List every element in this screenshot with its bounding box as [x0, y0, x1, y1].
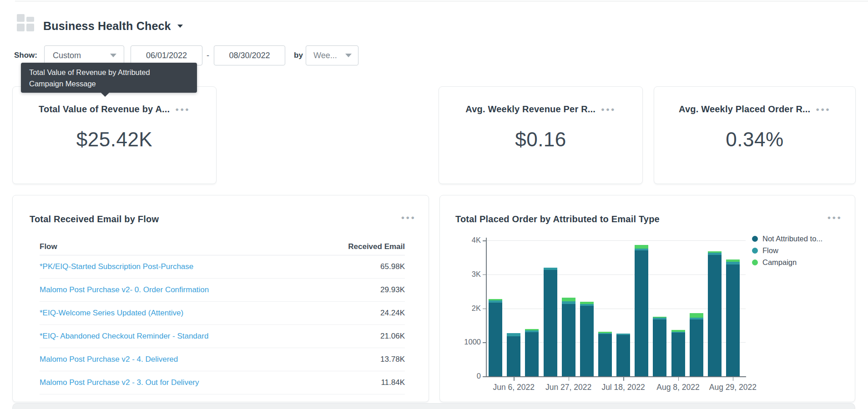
y-axis-tick	[483, 274, 486, 275]
y-axis-tick	[483, 376, 486, 377]
table-row: *EIQ- Abandoned Checkout Reminder - Stan…	[40, 325, 405, 348]
tooltip-text-line2: Campaign Message	[29, 78, 189, 90]
x-axis-tick	[623, 377, 624, 381]
legend-dot-icon	[752, 248, 758, 254]
card-menu-icon[interactable]: ●●●	[816, 107, 831, 112]
card-menu-icon[interactable]: ●●●	[601, 107, 616, 112]
bar-segment-flow[interactable]	[580, 304, 594, 306]
bar-segment-campaign[interactable]	[671, 330, 685, 332]
chart-legend: Not Attributed to... Flow Campaign	[752, 234, 823, 266]
metric-card-revenue-attributed: Total Value of Revenue by A... ●●● $25.4…	[12, 86, 217, 184]
flow-link[interactable]: *PK/EIQ-Started Subscription Post-Purcha…	[40, 262, 193, 271]
bar-segment-campaign[interactable]	[562, 298, 575, 301]
placed-order-chart-card: Total Placed Order by Attributed to Emai…	[439, 195, 855, 402]
bar-segment-not-attributed-to---[interactable]	[489, 303, 502, 376]
bar-segment-not-attributed-to---[interactable]	[635, 250, 648, 376]
bar-segment-flow[interactable]	[635, 249, 648, 250]
bar-segment-not-attributed-to---[interactable]	[525, 332, 539, 376]
bar-segment-campaign[interactable]	[690, 313, 703, 318]
bar-segment-not-attributed-to---[interactable]	[562, 304, 575, 376]
x-axis-line	[486, 376, 746, 377]
flow-link[interactable]: *EIQ- Abandoned Checkout Reminder - Stan…	[40, 332, 208, 341]
x-axis-label: Aug 8, 2022	[646, 383, 710, 392]
bar-segment-flow[interactable]	[726, 262, 740, 264]
bar-segment-campaign[interactable]	[708, 251, 722, 253]
bar-segment-campaign[interactable]	[653, 317, 666, 318]
legend-dot-icon	[752, 236, 758, 242]
x-axis-tick	[733, 377, 734, 381]
y-gridline	[486, 309, 746, 309]
metric-value: $25.42K	[13, 128, 216, 151]
x-axis-tick	[514, 377, 515, 381]
legend-item-not-attributed: Not Attributed to...	[752, 234, 823, 243]
bar-segment-not-attributed-to---[interactable]	[690, 319, 703, 376]
metric-tooltip: Total Value of Revenue by Attributed Cam…	[21, 63, 197, 93]
by-label: by	[294, 45, 303, 65]
bar-segment-flow[interactable]	[708, 253, 722, 255]
top-divider	[15, 1, 868, 1]
bar-segment-not-attributed-to---[interactable]	[708, 255, 722, 376]
received-value: 24.24K	[380, 309, 405, 318]
bar-segment-campaign[interactable]	[525, 329, 539, 330]
bar-segment-flow[interactable]	[507, 333, 520, 336]
interval-select[interactable]: Wee...	[306, 45, 358, 65]
flow-link[interactable]: *EIQ-Welcome Series Updated (Attentive)	[40, 309, 183, 318]
table-row: Malomo Post Purchase v2 - 3. Out for Del…	[40, 371, 405, 394]
y-axis-label: 1000	[457, 338, 481, 346]
bar-segment-not-attributed-to---[interactable]	[671, 333, 685, 376]
bar-segment-flow[interactable]	[544, 268, 557, 270]
bar-segment-flow[interactable]	[598, 333, 612, 334]
bar-segment-flow[interactable]	[616, 334, 630, 335]
bar-segment-flow[interactable]	[690, 318, 703, 319]
bar-segment-campaign[interactable]	[489, 299, 502, 300]
bar-segment-not-attributed-to---[interactable]	[544, 270, 557, 376]
bar-segment-not-attributed-to---[interactable]	[726, 264, 740, 376]
date-range-separator: -	[205, 45, 211, 65]
bar-segment-campaign[interactable]	[598, 332, 612, 333]
dashboard-page: Business Health Check Show: Custom - by …	[0, 0, 868, 409]
metric-card-avg-weekly-placed-order: Avg. Weekly Placed Order R... ●●● 0.34%	[654, 86, 856, 184]
stacked-bar-chart: 010002K3K4KJun 6, 2022Jun 27, 2022Jul 18…	[440, 195, 856, 403]
bar-segment-flow[interactable]	[489, 300, 502, 303]
bar-segment-flow[interactable]	[671, 332, 685, 333]
flow-link[interactable]: Malomo Post Purchase v2 - 3. Out for Del…	[40, 378, 199, 387]
metric-card-avg-weekly-revenue: Avg. Weekly Revenue Per R... ●●● $0.16	[439, 86, 643, 184]
caret-down-icon	[345, 54, 352, 57]
received-value: 65.98K	[380, 262, 405, 271]
bar-segment-not-attributed-to---[interactable]	[507, 336, 520, 376]
x-axis-label: Aug 29, 2022	[701, 383, 765, 392]
bar-segment-not-attributed-to---[interactable]	[653, 319, 666, 376]
bar-segment-not-attributed-to---[interactable]	[580, 306, 594, 376]
bar-segment-not-attributed-to---[interactable]	[616, 335, 630, 376]
bar-segment-flow[interactable]	[653, 318, 666, 319]
bar-segment-not-attributed-to---[interactable]	[598, 334, 612, 376]
bar-segment-campaign[interactable]	[726, 259, 740, 262]
x-axis-label: Jun 6, 2022	[482, 383, 545, 392]
dashboard-title-dropdown[interactable]: Business Health Check	[43, 17, 183, 35]
x-axis-tick	[569, 377, 570, 381]
column-header-received: Received Email	[348, 242, 405, 251]
bar-segment-flow[interactable]	[562, 301, 575, 304]
received-value: 11.84K	[381, 378, 405, 387]
card-menu-icon[interactable]: ●●●	[401, 215, 416, 220]
bar-segment-campaign[interactable]	[580, 302, 594, 304]
date-to-input[interactable]	[214, 45, 285, 65]
card-menu-icon[interactable]: ●●●	[175, 107, 190, 112]
y-axis-label: 4K	[457, 236, 481, 244]
bar-segment-flow[interactable]	[525, 330, 539, 332]
legend-item-flow: Flow	[752, 246, 823, 254]
interval-value: Wee...	[313, 51, 337, 60]
received-email-by-flow-card: Total Received Email by Flow ●●● Flow Re…	[12, 195, 429, 402]
legend-label: Campaign	[762, 258, 797, 267]
x-axis-label: Jun 27, 2022	[537, 383, 601, 392]
y-axis-tick	[483, 309, 486, 309]
table-row: *PK/EIQ-Started Subscription Post-Purcha…	[40, 255, 405, 279]
flow-link[interactable]: Malomo Post Purchase v2- 0. Order Confir…	[40, 285, 209, 294]
tooltip-arrow	[101, 92, 110, 97]
y-axis-label: 0	[457, 372, 481, 380]
y-gridline	[486, 274, 746, 275]
x-axis-tick	[678, 377, 679, 381]
flow-link[interactable]: Malomo Post Purchase v2 - 4. Delivered	[40, 355, 178, 364]
y-axis-label: 2K	[457, 304, 481, 313]
bar-segment-campaign[interactable]	[635, 245, 648, 248]
